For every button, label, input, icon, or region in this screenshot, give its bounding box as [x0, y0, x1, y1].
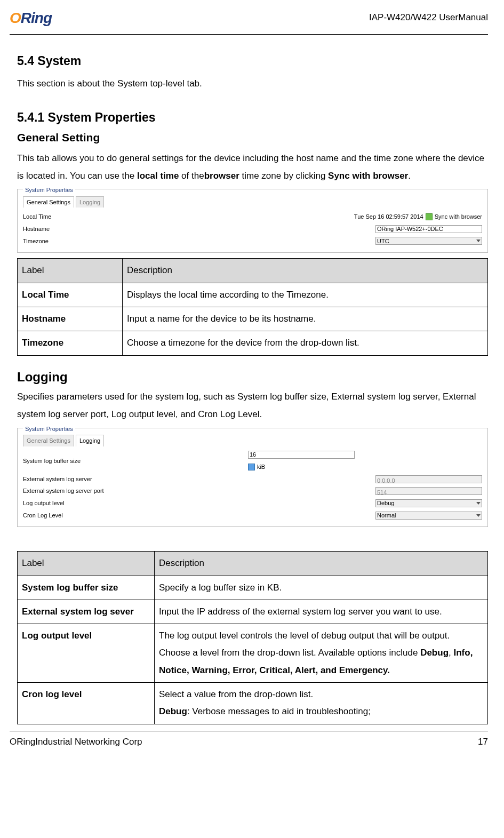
table-cell: Log output level: [18, 624, 155, 683]
fig-row-loglvl: Log output level Debug: [23, 497, 482, 509]
para-bold: Sync with browser: [328, 171, 408, 181]
table-cell: Specify a log buffer size in KB.: [155, 576, 488, 600]
table-row: Cron log level Select a value from the d…: [18, 683, 488, 724]
fig-label: Hostname: [23, 224, 243, 234]
table-general-settings: Label Description Local Time Displays th…: [17, 258, 488, 355]
fig-row-localtime: Local Time Tue Sep 16 02:59:57 2014 Sync…: [23, 211, 482, 223]
doc-title: IAP-W420/W422 UserManual: [369, 10, 488, 26]
tab-logging[interactable]: Logging: [76, 435, 104, 446]
timezone-value: UTC: [377, 236, 389, 246]
table-cell: Displays the local time according to the…: [123, 283, 488, 307]
tab-logging[interactable]: Logging: [76, 196, 104, 208]
logo-o: O: [10, 10, 21, 26]
fig-row-bufsize: System log buffer size kiB: [23, 450, 482, 473]
fig-label: System log buffer size: [23, 456, 243, 466]
table-row: Hostname Input a name for the device to …: [18, 307, 488, 331]
extsrv-input[interactable]: 0.0.0.0: [375, 475, 482, 483]
table-header: Description: [123, 259, 488, 283]
fig-row-hostname: Hostname: [23, 223, 482, 235]
table-header: Description: [155, 552, 488, 576]
table-cell: Cron log level: [18, 683, 155, 724]
chevron-down-icon: [476, 514, 481, 517]
table-header: Label: [18, 552, 155, 576]
sync-icon: [426, 213, 433, 220]
table-cell: Input the IP address of the external sys…: [155, 600, 488, 624]
cell-bold: Debug: [159, 706, 187, 716]
logging-heading: Logging: [17, 366, 488, 388]
table-header-row: Label Description: [18, 552, 488, 576]
figure-legend: System Properties: [23, 424, 75, 434]
fig-row-timezone: Timezone UTC: [23, 235, 482, 248]
fig-label: Cron Log Level: [23, 510, 243, 521]
table-cell: External system log sever: [18, 600, 155, 624]
general-setting-para: This tab allows you to do general settin…: [17, 149, 488, 185]
table-cell: Local Time: [18, 283, 123, 307]
figure-general-settings: System Properties General Settings Loggi…: [17, 189, 488, 253]
para-text: .: [408, 171, 411, 181]
fig-label: External system log server: [23, 474, 243, 484]
para-bold: local time: [137, 171, 179, 181]
table-header-row: Label Description: [18, 259, 488, 283]
table-row: System log buffer size Specify a log buf…: [18, 576, 488, 600]
cell-text: The log output level controls the level …: [159, 631, 450, 658]
tab-general-settings[interactable]: General Settings: [23, 435, 74, 446]
table-row: Local Time Displays the local time accor…: [18, 283, 488, 307]
table-cell: Hostname: [18, 307, 123, 331]
fig-row-cronlvl: Cron Log Level Normal: [23, 509, 482, 522]
fig-label: Local Time: [23, 212, 243, 222]
section-heading: 5.4 System: [17, 51, 488, 71]
table-row: External system log sever Input the IP a…: [18, 600, 488, 624]
localtime-value: Tue Sep 16 02:59:57 2014: [354, 212, 423, 222]
general-setting-heading: General Setting: [17, 128, 488, 147]
chevron-down-icon: [476, 240, 481, 242]
fig-label: Log output level: [23, 498, 243, 508]
page-header: ORing IAP-W420/W422 UserManual: [10, 5, 488, 33]
table-cell: Timezone: [18, 331, 123, 355]
cronlevel-value: Normal: [377, 510, 396, 521]
table-cell: Select a value from the drop-down list. …: [155, 683, 488, 724]
fig-tabs: General Settings Logging: [23, 196, 482, 208]
cell-text: Select a value from the drop-down list.: [159, 689, 313, 699]
section-intro: This section is about the System top-lev…: [17, 75, 488, 92]
cell-bold: Debug: [420, 648, 449, 658]
sync-link[interactable]: Sync with browser: [435, 212, 482, 222]
footer-rule: [10, 731, 488, 731]
bufsize-hint: kiB: [257, 462, 265, 472]
logo: ORing: [10, 5, 52, 31]
para-text: time zone by clicking: [239, 171, 328, 181]
header-rule: [10, 34, 488, 35]
fig-label: Timezone: [23, 236, 243, 246]
tab-general-settings[interactable]: General Settings: [23, 196, 74, 208]
loglevel-value: Debug: [377, 498, 394, 508]
info-icon: [248, 464, 255, 470]
footer-page-number: 17: [478, 735, 488, 750]
figure-logging: System Properties General Settings Loggi…: [17, 428, 488, 528]
fig-row-extsrv: External system log server 0.0.0.0: [23, 473, 482, 485]
cronlevel-select[interactable]: Normal: [375, 512, 482, 520]
hostname-input[interactable]: [375, 225, 482, 233]
table-cell: The log output level controls the level …: [155, 624, 488, 683]
table-row: Timezone Choose a timezone for the devic…: [18, 331, 488, 355]
extport-input[interactable]: 514: [375, 487, 482, 495]
page-footer: ORingIndustrial Networking Corp 17: [10, 735, 488, 752]
table-header: Label: [18, 259, 123, 283]
fig-row-extport: External system log server port 514: [23, 485, 482, 497]
table-cell: Choose a timezone for the device from th…: [123, 331, 488, 355]
para-text: of the: [179, 171, 204, 181]
subsection-heading: 5.4.1 System Properties: [17, 107, 488, 128]
footer-left: ORingIndustrial Networking Corp: [10, 735, 142, 750]
timezone-select[interactable]: UTC: [375, 237, 482, 245]
table-row: Log output level The log output level co…: [18, 624, 488, 683]
figure-legend: System Properties: [23, 185, 75, 195]
logging-para: Specifies parameters used for the system…: [17, 388, 488, 423]
table-cell: Input a name for the device to be its ho…: [123, 307, 488, 331]
cell-text: : Verbose messages to aid in troubleshoo…: [187, 706, 371, 716]
fig-tabs: General Settings Logging: [23, 435, 482, 446]
loglevel-select[interactable]: Debug: [375, 499, 482, 507]
chevron-down-icon: [476, 502, 481, 505]
bufsize-input[interactable]: [248, 451, 355, 459]
table-logging: Label Description System log buffer size…: [17, 551, 488, 724]
para-bold: browser: [204, 171, 239, 181]
table-cell: System log buffer size: [18, 576, 155, 600]
logo-ring: Ring: [21, 10, 52, 26]
